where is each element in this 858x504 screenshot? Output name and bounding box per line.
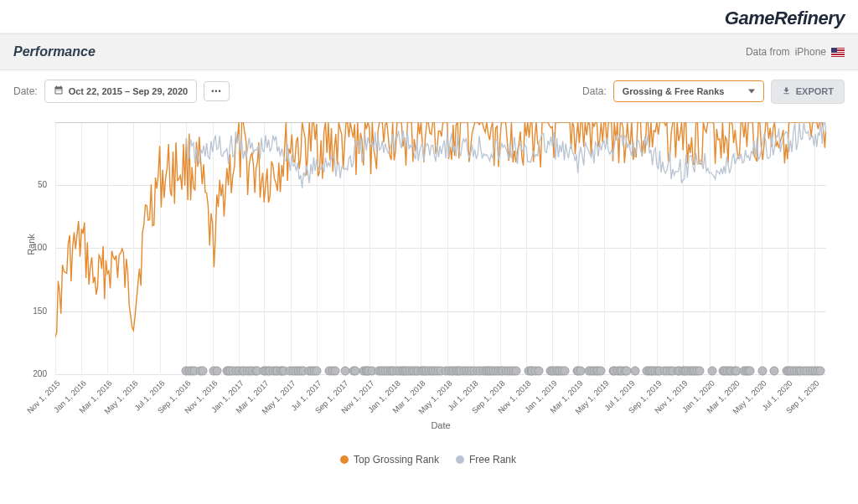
data-label: Data: xyxy=(582,85,607,97)
toolbar-right: Data: Grossing & Free Ranks EXPORT xyxy=(582,80,845,104)
calendar-icon xyxy=(54,85,64,97)
page-header: Performance Data from iPhone xyxy=(0,33,858,70)
data-source: Data from iPhone xyxy=(746,46,845,58)
y-tick-label: 100 xyxy=(33,243,47,252)
flag-us-icon xyxy=(831,48,845,57)
topbar: GameRefinery xyxy=(0,0,858,33)
y-tick-label: 150 xyxy=(33,306,47,315)
more-dots-icon: ••• xyxy=(211,87,221,95)
more-options-button[interactable]: ••• xyxy=(204,81,229,101)
data-metric-select[interactable]: Grossing & Free Ranks xyxy=(613,80,764,102)
caret-down-icon xyxy=(748,86,755,96)
export-button[interactable]: EXPORT xyxy=(771,80,845,104)
legend-dot-icon xyxy=(456,455,464,464)
date-range-picker[interactable]: Oct 22, 2015 – Sep 29, 2020 xyxy=(44,80,198,103)
legend-label: Top Grossing Rank xyxy=(354,454,439,465)
download-icon xyxy=(782,86,791,97)
x-axis-label: Date xyxy=(431,420,450,430)
brand-logo: GameRefinery xyxy=(725,8,845,29)
chart: Rank 50100150200 Date Nov 1, 2015Jan 1, … xyxy=(13,116,843,476)
toolbar: Date: Oct 22, 2015 – Sep 29, 2020 ••• Da… xyxy=(0,70,858,112)
legend-item-grossing[interactable]: Top Grossing Rank xyxy=(340,454,439,465)
legend-label: Free Rank xyxy=(469,454,516,465)
x-axis: Date Nov 1, 2015Jan 1, 2016Mar 1, 2016Ma… xyxy=(55,373,826,424)
y-tick-label: 50 xyxy=(38,179,47,188)
legend: Top Grossing Rank Free Rank xyxy=(13,450,843,469)
data-select-value: Grossing & Free Ranks xyxy=(623,86,725,96)
toolbar-left: Date: Oct 22, 2015 – Sep 29, 2020 ••• xyxy=(13,80,230,103)
export-label: EXPORT xyxy=(796,86,834,96)
y-axis: Rank 50100150200 xyxy=(13,122,52,373)
date-label: Date: xyxy=(13,85,38,97)
line-top-grossing xyxy=(55,122,826,337)
chart-lines xyxy=(55,122,826,373)
date-range-value: Oct 22, 2015 – Sep 29, 2020 xyxy=(69,86,189,96)
legend-dot-icon xyxy=(340,455,349,464)
data-source-device: iPhone xyxy=(795,46,826,58)
y-tick-label: 200 xyxy=(33,369,47,378)
data-source-prefix: Data from xyxy=(746,46,790,58)
page-title: Performance xyxy=(13,44,96,59)
legend-item-free[interactable]: Free Rank xyxy=(456,454,516,465)
